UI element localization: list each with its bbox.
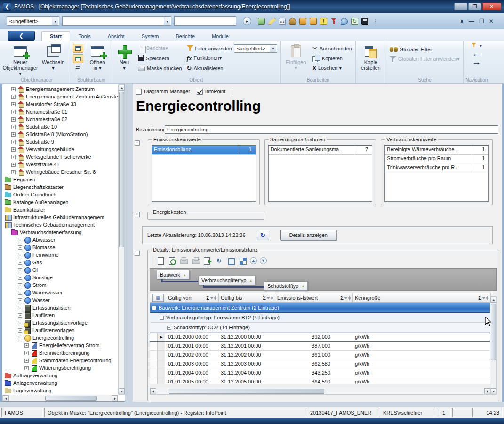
list-item[interactable]: Emissionsbilanz1 (152, 146, 256, 155)
funktionen-button[interactable]: fxFunktionen▾ (185, 54, 279, 63)
column-header-4[interactable]: KenngrößeΣϕ (353, 293, 491, 302)
mdi-restore-icon[interactable]: ❐ (479, 18, 484, 24)
tree-toggle[interactable]: + (24, 351, 29, 355)
tree-item[interactable]: +Sonstige (3, 274, 118, 281)
panel-splitter[interactable] (125, 84, 133, 402)
tree-item[interactable]: +Stammdaten Energiecontrolling (3, 357, 118, 364)
table-row[interactable]: ▶01.01.2000 00:0031.12.2000 00:00392,000… (150, 333, 491, 342)
tree-toggle[interactable]: + (24, 343, 29, 348)
minimize-button[interactable]: — (454, 3, 467, 10)
kopieren-button[interactable]: Kopieren (311, 54, 353, 63)
refresh-icon[interactable]: ↻ (215, 256, 224, 265)
globaler-filter-button[interactable]: Globaler Filter (388, 45, 461, 54)
tree-item[interactable]: +Wasser (3, 296, 118, 304)
tree-item[interactable]: +Öl (3, 266, 118, 274)
tree-item[interactable]: +Südstraße 10 (3, 123, 118, 130)
tree-item[interactable]: Infrastrukturelles Gebäudemanagement (3, 213, 118, 221)
collapse-section-icon[interactable]: − (135, 140, 140, 146)
tree-toggle[interactable]: + (18, 245, 22, 250)
tree-item[interactable]: Kataloge Außenanlagen (3, 198, 118, 206)
tree-item[interactable]: Liegenschaftskataster (3, 183, 118, 191)
close-button[interactable]: ✕ (482, 3, 501, 10)
tree-item[interactable]: +Nonamestraße 02 (3, 115, 118, 123)
table-row[interactable]: 01.01.2004 00:0031.12.2004 00:00343,250g… (150, 368, 491, 377)
berichte-button[interactable]: Berichte▾ (136, 44, 184, 53)
sort-icon[interactable]: a z (279, 18, 286, 25)
tree-item[interactable]: Verbrauchsdatenerfassung (3, 228, 118, 236)
oeffnen-in-button[interactable]: Öffnen in ▾ (85, 42, 110, 71)
tree-item[interactable]: Anlagenverwaltung (3, 379, 118, 387)
row-selector[interactable] (157, 351, 165, 359)
collapse-group-icon[interactable]: − (160, 316, 164, 320)
row-selector[interactable] (157, 368, 165, 377)
tree-item[interactable]: +Energiemanagement Zentrum Außenste (3, 93, 118, 100)
tree-toggle[interactable]: + (11, 170, 16, 174)
tab-module[interactable]: Module (203, 31, 237, 41)
tree-toggle[interactable]: + (18, 261, 22, 265)
neu-button[interactable]: Neu ▾ (114, 42, 135, 71)
tree-item[interactable]: +Meusdorfer Straße 33 (3, 100, 118, 108)
quick-search-input[interactable] (174, 16, 236, 26)
tree-item[interactable]: +Südstraße 8 (MicroStation) (3, 130, 118, 138)
more-icon[interactable]: ⋮ (372, 18, 379, 25)
tree-vertical-scrollbar[interactable] (118, 84, 125, 395)
warning-icon[interactable]: ! (320, 18, 327, 25)
filter-anwenden-button[interactable]: Filter anwenden <ungefiltert>▼ (185, 44, 279, 53)
tree-horizontal-scrollbar[interactable] (2, 395, 118, 401)
app-menu-button[interactable]: ❮ (8, 31, 35, 41)
tree-detail-toggle-button[interactable] (73, 54, 83, 63)
tree-item[interactable]: +Energiemanagement Zentrum (3, 85, 118, 93)
tree-toggle[interactable]: + (18, 276, 22, 280)
list-view-icon[interactable]: ☰ (73, 65, 83, 70)
tree-toggle[interactable]: + (18, 253, 22, 257)
tree-item[interactable]: +Brennwertbereinigung (3, 349, 118, 357)
collapse-group-icon[interactable]: − (152, 306, 156, 310)
print-preview-icon[interactable] (168, 256, 176, 265)
print-setup-icon[interactable] (192, 256, 200, 265)
kopie-erstellen-button[interactable]: Kopie erstellen (358, 42, 384, 71)
expand-section-icon[interactable]: + (135, 212, 140, 217)
column-header-3[interactable]: Emissions-IstwertΣϕ (275, 293, 353, 302)
register-tab-infopoint[interactable]: InfoPoint (197, 89, 225, 95)
tree-item[interactable]: +Gas (3, 259, 118, 266)
tree-item[interactable]: +Erfassungslistenvorlage (3, 319, 118, 326)
group-row[interactable]: −Verbrauchsgütertyp: Fernwärme BT2 (4 Ei… (150, 313, 491, 323)
tree-toggle[interactable]: + (18, 298, 22, 302)
tree-item[interactable]: Regionen (3, 176, 118, 183)
quick-object-combo[interactable]: ▼ (62, 16, 171, 26)
tree-toggle[interactable]: + (24, 366, 29, 370)
tree-toggle[interactable]: + (11, 132, 16, 137)
tree-item[interactable]: +Südstraße 9 (3, 138, 118, 146)
tree-item[interactable]: +Fernwärme (3, 251, 118, 259)
mdi-close-icon[interactable]: ✕ (489, 18, 494, 24)
register-tab-diagramm-manager[interactable]: Diagramm-Manager (136, 89, 190, 95)
tree-toggle[interactable]: + (18, 268, 22, 272)
edit-icon[interactable] (268, 18, 275, 25)
user-icon[interactable] (289, 18, 296, 25)
tree-item[interactable]: +Wohngebäude Dresdner Str. 8 (3, 168, 118, 176)
column-chooser-button[interactable]: ▦ (152, 294, 164, 302)
tree-toggle[interactable]: + (18, 328, 22, 333)
filter-tree-icon[interactable] (330, 18, 337, 25)
chevron-down-icon[interactable]: ▼ (52, 17, 58, 25)
list-item[interactable]: Trinkwasserverbräuche pro R...1 (385, 163, 488, 172)
tree-toggle[interactable]: + (11, 87, 16, 91)
table-row[interactable]: 01.01.2002 00:0031.12.2002 00:00361,000g… (150, 351, 491, 359)
tree-item[interactable]: Technisches Gebäudemanagement (3, 221, 118, 228)
tree-item[interactable]: +Witterungsbereinigung (3, 364, 118, 372)
tree-toggle[interactable]: + (11, 140, 16, 144)
list-item[interactable]: Dokumentierte Sanierungsma..7 (269, 146, 372, 155)
tree-item[interactable]: Ordner Grundbuch (3, 191, 118, 198)
tree-toggle[interactable]: + (18, 291, 22, 295)
filter-combo[interactable]: <ungefiltert>▼ (234, 44, 277, 53)
go-button[interactable]: ► (243, 17, 251, 25)
tab-berichte[interactable]: Berichte (168, 31, 203, 41)
row-selector[interactable]: ▶ (157, 333, 165, 341)
tree-toggle[interactable]: + (18, 313, 22, 318)
tree-item[interactable]: +Werksgelände Fischerwerke (3, 153, 118, 161)
table-row[interactable]: 01.01.2005 00:0031.12.2005 00:00364,590g… (150, 377, 491, 384)
collapse-group-icon[interactable]: − (167, 326, 171, 330)
tree-item[interactable]: Lagerverwaltung (3, 387, 118, 394)
row-selector[interactable] (157, 359, 165, 368)
refresh-icon[interactable]: ↻ (351, 18, 358, 25)
